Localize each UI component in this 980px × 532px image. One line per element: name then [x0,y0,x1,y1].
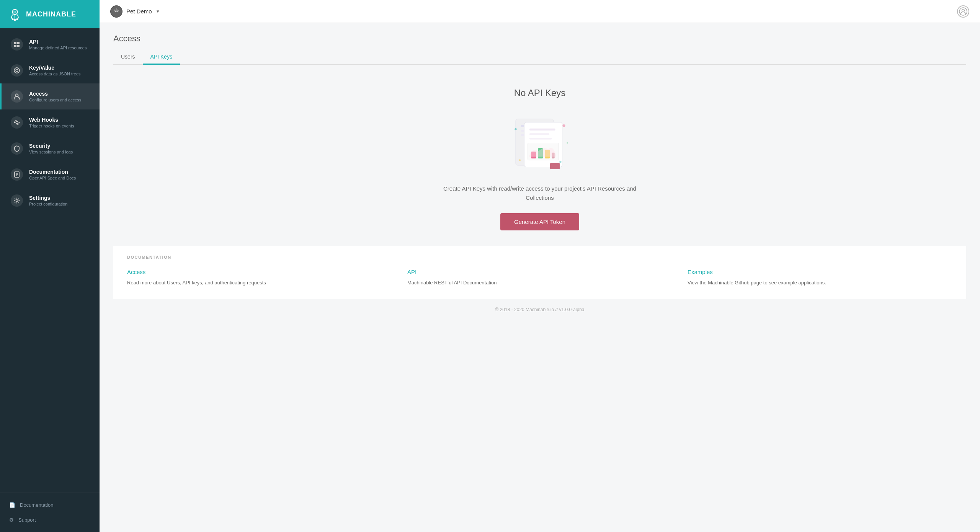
svg-point-15 [19,122,20,123]
tab-users[interactable]: Users [113,50,143,65]
sidebar-item-access[interactable]: Access Configure users and access [0,83,100,109]
topbar: Pet Demo ▾ [100,0,980,23]
main: Pet Demo ▾ Access Users API Keys No API … [100,0,980,532]
svg-point-25 [117,9,118,10]
svg-rect-7 [14,45,16,47]
footer-support[interactable]: ⚙ Support [0,512,100,527]
svg-point-4 [14,19,16,21]
doc-link-access[interactable]: Access [127,269,392,275]
svg-point-13 [16,121,18,124]
svg-rect-8 [17,45,20,47]
settings-text: Settings Project configuration [29,195,67,206]
svg-point-14 [14,122,15,123]
settings-icon [11,194,23,207]
sidebar-item-webhooks[interactable]: Web Hooks Trigger hooks on events [0,109,100,135]
tab-api-keys[interactable]: API Keys [143,50,180,65]
documentation-text: Documentation OpenAPI Spec and Docs [29,169,76,180]
sidebar-item-security[interactable]: Security View sessions and logs [0,135,100,162]
empty-state-description: Create API Keys with read/write access t… [429,184,651,202]
svg-rect-36 [529,133,549,135]
svg-point-45 [559,161,561,163]
sidebar-header: MACHINABLE [0,0,100,28]
doc-card-access: Access Read more about Users, API keys, … [127,269,392,287]
user-account-button[interactable] [957,5,969,18]
webhooks-text: Web Hooks Trigger hooks on events [29,117,74,128]
empty-illustration [505,111,574,172]
empty-state: No API Keys [113,65,966,246]
svg-point-24 [115,9,116,10]
doc-card-api: API Machinable RESTful API Documentation [407,269,672,287]
project-selector[interactable]: Pet Demo ▾ [110,5,159,18]
sidebar-item-settings[interactable]: Settings Project configuration [0,188,100,214]
logo-icon [8,7,22,21]
svg-point-1 [14,11,16,13]
svg-rect-37 [529,138,552,140]
svg-rect-5 [14,42,16,44]
svg-point-12 [18,97,20,98]
footer-support-icon: ⚙ [9,517,14,523]
svg-point-2 [12,18,14,20]
tabs: Users API Keys [113,50,966,65]
keyvalue-text: Key/Value Access data as JSON trees [29,65,81,76]
security-icon [11,142,23,155]
documentation-icon [11,168,23,181]
webhooks-icon [11,116,23,129]
doc-link-examples[interactable]: Examples [688,269,952,275]
footer-text: © 2018 - 2020 Machinable.io // v1.0.0-al… [495,307,585,312]
security-text: Security View sessions and logs [29,143,73,154]
sidebar-footer: 📄 Documentation ⚙ Support [0,493,100,532]
svg-point-43 [514,128,516,130]
sidebar-item-documentation[interactable]: Documentation OpenAPI Spec and Docs [0,162,100,188]
doc-section: DOCUMENTATION Access Read more about Use… [113,246,966,299]
svg-point-44 [562,124,565,127]
svg-point-27 [118,10,119,11]
page-title: Access [113,34,966,44]
keyvalue-icon [11,64,23,77]
doc-cards: Access Read more about Users, API keys, … [127,269,952,287]
api-text: API Manage defined API resources [29,39,87,50]
brand-name: MACHINABLE [26,10,76,18]
doc-card-examples: Examples View the Machinable Github page… [688,269,952,287]
api-icon [11,38,23,51]
footer-docs[interactable]: 📄 Documentation [0,498,100,512]
project-name: Pet Demo [126,8,152,15]
svg-point-10 [16,69,18,72]
access-icon [11,90,23,103]
doc-desc-examples: View the Machinable Github page to see e… [688,279,952,287]
content: Access Users API Keys No API Keys [100,23,980,532]
access-text: Access Configure users and access [29,91,81,102]
footer: © 2018 - 2020 Machinable.io // v1.0.0-al… [113,299,966,320]
svg-point-47 [567,142,568,144]
chevron-icon: ▾ [157,8,159,14]
doc-link-api[interactable]: API [407,269,672,275]
svg-rect-35 [529,129,555,131]
svg-point-0 [12,10,17,15]
doc-desc-api: Machinable RESTful API Documentation [407,279,672,287]
generate-token-button[interactable]: Generate API Token [500,213,579,230]
svg-rect-6 [17,42,20,44]
svg-point-29 [962,9,965,12]
project-avatar [110,5,122,18]
svg-point-3 [16,18,18,20]
svg-rect-48 [550,163,560,169]
sidebar-item-api[interactable]: API Manage defined API resources [0,31,100,57]
sidebar-nav: API Manage defined API resources Key/Val… [0,28,100,493]
doc-desc-access: Read more about Users, API keys, and aut… [127,279,392,287]
footer-docs-icon: 📄 [9,502,15,508]
svg-point-46 [519,159,521,161]
svg-point-9 [14,68,20,73]
sidebar-item-keyvalue[interactable]: Key/Value Access data as JSON trees [0,57,100,83]
svg-point-26 [114,10,115,11]
sidebar: MACHINABLE API Manage defined API resour… [0,0,100,532]
doc-section-title: DOCUMENTATION [127,255,952,259]
empty-state-title: No API Keys [514,88,566,98]
svg-point-20 [16,200,18,202]
